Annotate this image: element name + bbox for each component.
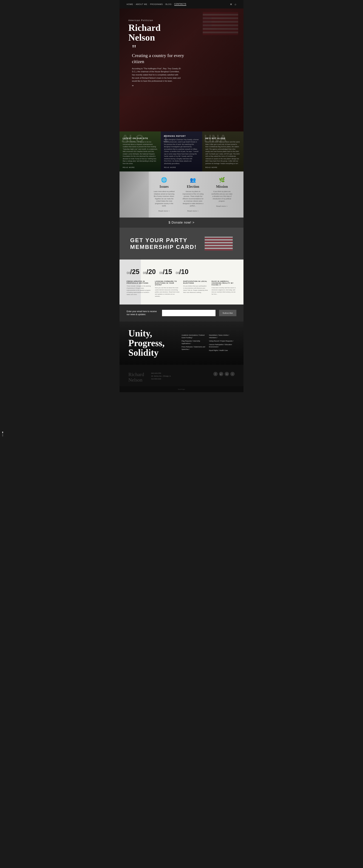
news-body-2: House Benghazi Chairman Trey Gowdy, a fo… <box>164 138 199 165</box>
newsletter-label: Enter your email here to receive our new… <box>127 310 159 316</box>
date-3: 08/15 <box>159 268 172 275</box>
news-card-2: 1 MORNING REPORT House Benghazi Chairman… <box>161 131 202 172</box>
hero-image <box>120 96 243 131</box>
globe-icon: 🌐 <box>153 177 175 183</box>
hero-quote-body: According to "The Huffington Post", Rep.… <box>132 67 182 83</box>
nav-programs[interactable]: PROGRAMS <box>150 3 163 5</box>
hero-quote: Creating a country for every citizen <box>132 53 189 65</box>
issues-content: 🌐 Issues Learn more about my political i… <box>120 172 243 218</box>
news-card-1: ALO LATEST ON OUR SITE Donald Trump does… <box>120 131 161 172</box>
news-read-more-2[interactable]: READ MORE <box>164 166 199 168</box>
hero2-links: Academic Nominations / Federal Grant Fun… <box>182 334 235 352</box>
news-card-3: HNA HE'S NOT ALONE About 1,000 other Vir… <box>202 131 243 172</box>
date-day-4: 08/10 <box>176 268 189 275</box>
subscribe-button[interactable]: Subscribe <box>219 310 236 316</box>
news-number-3: HNA <box>204 133 227 144</box>
update-item-1: FRESH UPDATES IN PROPOSALS SECTIONS Thes… <box>127 280 152 298</box>
issue-read-2[interactable]: Read more > <box>187 210 198 212</box>
updates-dates: 08/25 08/20 08/15 08/10 <box>127 268 236 275</box>
nav-icon-group: ✕ ⌕ <box>230 3 236 6</box>
nav-about[interactable]: ABOUT ME <box>136 3 147 5</box>
twitter-icon[interactable]: t <box>230 372 235 376</box>
news-read-more-3[interactable]: READ MORE <box>205 166 240 168</box>
news-number-1: ALO <box>121 133 144 144</box>
issue-item-2: 👥 Election Discuss my plans on improveme… <box>178 177 207 212</box>
nav-home[interactable]: HOME <box>127 3 133 5</box>
membership-title: GET YOUR PARTYMEMBERSHIP CARD! <box>130 237 199 250</box>
copyright-text: NachFolger <box>178 389 185 390</box>
hero-subtitle: American Politician <box>128 19 235 22</box>
leaf-icon: 🌿 <box>211 177 233 183</box>
issue-read-1[interactable]: Read more > <box>159 210 170 212</box>
close-icon[interactable]: ✕ <box>230 3 232 6</box>
google-plus-icon[interactable]: g+ <box>219 372 223 376</box>
facebook-icon[interactable]: f <box>213 372 218 376</box>
issue-body-2: Discuss my plans on improvement of the U… <box>182 190 204 207</box>
date-1: 08/25 <box>127 268 139 275</box>
people-icon: 👥 <box>182 177 204 183</box>
close-quote-icon: " <box>132 84 235 89</box>
news-number-2: 1 <box>163 133 168 144</box>
newsletter-section: Enter your email here to receive our new… <box>120 305 243 321</box>
news-body-1: Donald Trump does not appear to be too c… <box>123 141 158 165</box>
footer-alt-phone: 312-555-0100 <box>151 377 171 380</box>
hero2-title: Unity,Progress,Solidity <box>128 329 182 358</box>
issues-section: 🌐 Issues Learn more about my political i… <box>120 172 243 218</box>
open-quote-icon: " <box>132 46 235 51</box>
hero2-link-4[interactable]: Newsletters / News Articles / Volunteers… <box>209 334 235 339</box>
update-item-3: PARTICIPATION IN LOCAL ELECTIONS Do you … <box>183 280 208 298</box>
news-section: ALO LATEST ON OUR SITE Donald Trump does… <box>120 131 243 172</box>
date-day-3: 08/15 <box>159 268 172 275</box>
date-day-1: 08/25 <box>127 268 139 275</box>
navigation: HOME / ABOUT ME / PROGRAMS / BLOG / CONT… <box>120 0 243 8</box>
footer-social-group: f g+ in t <box>213 372 235 376</box>
date-2: 08/20 <box>143 268 156 275</box>
nav-contacts[interactable]: CONTACTS <box>174 3 186 6</box>
hero2-link-2[interactable]: Flag Requests / Internship Applications … <box>182 340 207 345</box>
news-read-more-1[interactable]: READ MORE <box>123 166 158 168</box>
footer-phone: 840-245-6780 <box>151 372 171 375</box>
news-body-3: About 1,000 other Virginians were sent t… <box>205 141 240 165</box>
hero2-link-7[interactable]: Equal Rights / Health Care <box>209 349 235 352</box>
hero2-link-5[interactable]: Voting Record / Project Requests / <box>209 340 235 342</box>
issue-title-3: Mission <box>211 185 233 189</box>
donate-text: $ Donate now! > <box>169 221 195 224</box>
update-item-2: LOOKING FORWARD TO ELECTIONS IN YOUR STA… <box>155 280 180 298</box>
footer-address: 26, Senna Ave., Chicago, IL <box>151 375 171 377</box>
hero-name: Richard Nelson <box>128 23 235 42</box>
linkedin-icon[interactable]: in <box>225 372 229 376</box>
issue-item-3: 🌿 Mission If you think my plans are wort… <box>207 177 236 212</box>
issue-body-3: If you think my plans are worthwhile and… <box>211 190 233 203</box>
social-icons: f g+ in t <box>213 372 235 376</box>
hero-quote-block: " Creating a country for every citizen A… <box>132 46 235 89</box>
issue-title-2: Election <box>182 185 204 189</box>
membership-section: GET YOUR PARTYMEMBERSHIP CARD! <box>120 228 243 259</box>
footer-name: Richard Nelson <box>128 372 144 383</box>
footer-bottom: NachFolger <box>120 386 243 392</box>
hero2-link-1[interactable]: Academic Nominations / Federal Grant Fun… <box>182 334 207 339</box>
issue-title-1: Issues <box>153 185 175 189</box>
search-icon[interactable]: ⌕ <box>235 3 236 6</box>
issue-body-1: Learn more about my political initiative… <box>153 190 175 207</box>
membership-flag <box>204 237 233 251</box>
news-title-2: MORNING REPORT <box>164 135 199 137</box>
date-4: 08/10 <box>176 268 189 275</box>
hero2-link-3[interactable]: Press Releases / Statements and Speeches… <box>182 346 207 350</box>
issue-item-1: 🌐 Issues Learn more about my political i… <box>150 177 178 212</box>
hero2-section: Unity,Progress,Solidity Academic Nominat… <box>120 321 243 365</box>
updates-grid: FRESH UPDATES IN PROPOSALS SECTIONS Thes… <box>127 280 236 298</box>
hero-section: American Politician Richard Nelson " Cre… <box>120 8 243 131</box>
nav-links: HOME / ABOUT ME / PROGRAMS / BLOG / CONT… <box>127 3 186 6</box>
nav-blog[interactable]: BLOG <box>166 3 172 5</box>
updates-section: 08/25 08/20 08/15 08/10 FRESH UPDATES IN… <box>120 259 243 305</box>
hero2-link-6[interactable]: Caucus Participation / Education Environ… <box>209 343 235 348</box>
date-day-2: 08/20 <box>143 268 156 275</box>
hero-content: American Politician Richard Nelson " Cre… <box>120 8 243 96</box>
update-item-4: RACE IN AMERICA: CHANGING REALITY BY FAC… <box>211 280 236 298</box>
newsletter-input[interactable] <box>162 310 216 316</box>
issue-read-3[interactable]: Read more > <box>217 205 228 207</box>
donate-bar[interactable]: $ Donate now! > <box>120 218 243 228</box>
footer: Richard Nelson 840-245-6780 26, Senna Av… <box>120 365 243 386</box>
footer-contact: 840-245-6780 26, Senna Ave., Chicago, IL… <box>151 372 171 380</box>
